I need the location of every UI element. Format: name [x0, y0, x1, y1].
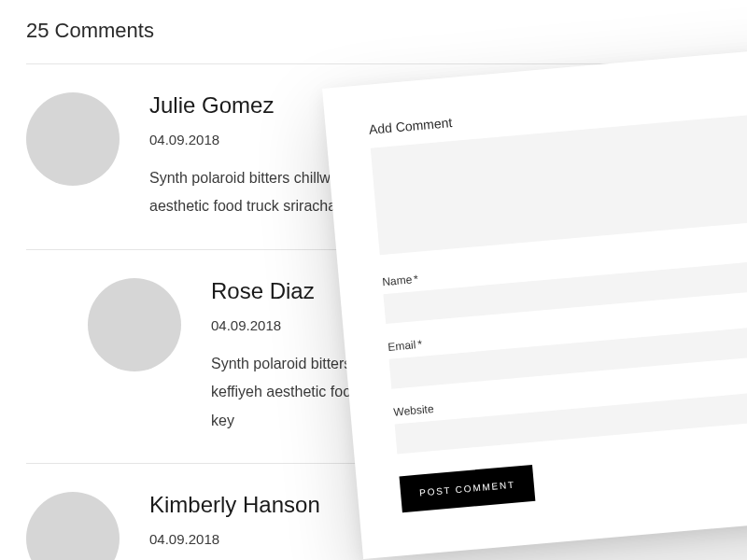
comments-section-title: 25 Comments	[26, 19, 721, 64]
add-comment-card: Add Comment Name* Email* Website POST CO…	[322, 41, 747, 559]
post-comment-button[interactable]: POST COMMENT	[400, 465, 536, 512]
avatar	[26, 92, 120, 186]
avatar	[88, 278, 181, 371]
avatar	[26, 492, 120, 560]
